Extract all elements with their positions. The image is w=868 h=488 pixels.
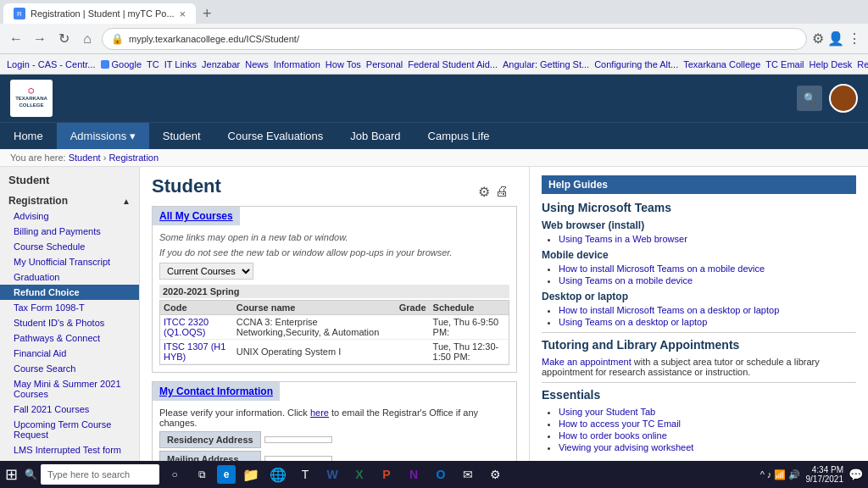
nav-home[interactable]: Home <box>0 123 57 149</box>
taskbar-edge[interactable]: e <box>217 465 236 484</box>
windows-icon[interactable]: ⊞ <box>5 465 18 484</box>
teams-mobile-install-link[interactable]: How to install Microsoft Teams on a mobi… <box>559 263 765 274</box>
taskbar-explorer[interactable]: 📁 <box>239 463 263 486</box>
course-code-link-1[interactable]: ITCC 2320 (Q1.OQS) <box>164 317 209 337</box>
taskbar-chrome[interactable]: 🌐 <box>266 463 290 486</box>
sidebar-item-graduation[interactable]: Graduation <box>0 269 139 285</box>
bookmark-texarkana[interactable]: Texarkana College <box>683 59 760 69</box>
advising-worksheet-link[interactable]: Viewing your advising worksheet <box>559 442 693 452</box>
bookmark-tc[interactable]: TC <box>147 59 159 69</box>
teams-desktop-install-link[interactable]: How to install Microsoft Teams on a desk… <box>559 305 779 315</box>
sidebar-item-advising[interactable]: Advising <box>0 208 139 224</box>
header-right: 🔍 <box>797 84 858 113</box>
bookmark-federal[interactable]: Federal Student Aid... <box>408 59 498 69</box>
tc-email-access-link[interactable]: How to access your TC Email <box>559 419 681 429</box>
browser-chrome: R Registration | Student | myTC Po... × … <box>0 0 868 75</box>
address-bar[interactable]: 🔒 myply.texarkanacollege.edu/ICS/Student… <box>102 28 807 50</box>
teams-desktop-link[interactable]: Using Teams on a desktop or laptop <box>559 317 707 327</box>
sidebar-item-may-mini[interactable]: May Mini & Summer 2021 Courses <box>0 376 139 402</box>
sidebar-item-lms[interactable]: LMS Interrupted Test form <box>0 442 139 458</box>
sidebar-item-course-schedule[interactable]: Course Schedule <box>0 239 139 254</box>
bookmark-jenzabar[interactable]: Jenzabar <box>202 59 240 69</box>
registrar-link[interactable]: here <box>310 408 329 418</box>
new-tab-button[interactable]: + <box>196 3 218 24</box>
active-tab[interactable]: R Registration | Student | myTC Po... × <box>3 3 196 24</box>
breadcrumb-student[interactable]: Student <box>69 152 101 163</box>
college-logo[interactable]: ⬡ TEXARKANA COLLEGE <box>10 80 53 117</box>
taskbar-settings[interactable]: ⚙ <box>483 463 507 486</box>
bookmark-howtos[interactable]: How Tos <box>326 59 361 69</box>
semester-select[interactable]: Current Courses <box>159 263 253 280</box>
my-contact-info-link[interactable]: My Contact Information <box>159 385 273 397</box>
nav-job-board[interactable]: Job Board <box>337 123 414 149</box>
tutoring-title: Tutoring and Library Appointments <box>542 338 856 352</box>
taskbar-mail[interactable]: ✉ <box>456 463 480 486</box>
order-books-link[interactable]: How to order books online <box>559 430 667 441</box>
user-avatar[interactable] <box>829 84 858 113</box>
right-panel: Help Guides Using Microsoft Teams Web br… <box>529 167 868 488</box>
bookmark-readinglist[interactable]: Reading list <box>857 59 868 69</box>
extensions-icon[interactable]: ⚙ <box>812 30 824 47</box>
bookmark-login[interactable]: Login - CAS - Centr... <box>7 59 96 69</box>
bookmark-configuring[interactable]: Configuring the Alt... <box>594 59 678 69</box>
sidebar-item-refund-choice[interactable]: Refund Choice <box>0 285 139 300</box>
sidebar-item-fall-2021[interactable]: Fall 2021 Courses <box>0 402 139 417</box>
back-button[interactable]: ← <box>7 30 25 48</box>
sidebar-item-course-search[interactable]: Course Search <box>0 361 139 376</box>
nav-student[interactable]: Student <box>149 123 214 149</box>
tab-close-button[interactable]: × <box>180 8 186 20</box>
browser-controls: ← → ↻ ⌂ 🔒 myply.texarkanacollege.edu/ICS… <box>0 24 868 54</box>
student-tab-link[interactable]: Using your Student Tab <box>559 407 655 417</box>
taskbar-excel[interactable]: X <box>348 463 371 486</box>
residency-address-label: Residency Address <box>159 431 261 448</box>
sidebar-item-financial-aid[interactable]: Financial Aid <box>0 346 139 361</box>
taskbar-onenote[interactable]: N <box>402 463 426 486</box>
nav-admissions[interactable]: Admissions ▾ <box>57 123 149 149</box>
sidebar-item-upcoming-term[interactable]: Upcoming Term Course Request <box>0 417 139 442</box>
bookmark-news[interactable]: News <box>245 59 269 69</box>
home-button[interactable]: ⌂ <box>78 30 97 48</box>
settings-icon[interactable]: ⚙ <box>478 184 490 200</box>
date-display: 9/17/2021 <box>806 474 844 484</box>
bookmark-angular[interactable]: Angular: Getting St... <box>503 59 589 69</box>
sidebar-item-pathways[interactable]: Pathways & Connect <box>0 330 139 346</box>
breadcrumb-registration[interactable]: Registration <box>108 152 159 163</box>
bookmark-tcemail[interactable]: TC Email <box>765 59 804 69</box>
bookmark-information[interactable]: Information <box>274 59 320 69</box>
teams-web-link[interactable]: Using Teams in a Web browser <box>559 234 687 244</box>
teams-mobile-link[interactable]: Using Teams on a mobile device <box>559 275 693 286</box>
notification-icon[interactable]: 💬 <box>849 468 863 481</box>
col-header-grade: Grade <box>396 301 430 315</box>
nav-campus-life[interactable]: Campus Life <box>415 123 504 149</box>
menu-icon[interactable]: ⋮ <box>848 30 861 47</box>
bookmark-personal[interactable]: Personal <box>366 59 403 69</box>
sidebar-group-registration[interactable]: Registration ▲ <box>0 190 139 208</box>
bookmark-google[interactable]: Google <box>101 59 142 69</box>
course-table-wrapper: Code Course name Grade Schedule ITCC 232… <box>159 300 509 365</box>
print-icon[interactable]: 🖨 <box>495 184 509 200</box>
bookmark-helpdesk[interactable]: Help Desk <box>810 59 853 69</box>
sidebar-item-tax-form[interactable]: Tax Form 1098-T <box>0 300 139 315</box>
sidebar-item-billing[interactable]: Billing and Payments <box>0 224 139 239</box>
taskbar-teams[interactable]: T <box>293 463 317 486</box>
logo-badge: ⬡ TEXARKANA COLLEGE <box>10 80 53 117</box>
taskbar-powerpoint[interactable]: P <box>375 463 398 486</box>
course-code-link-2[interactable]: ITSC 1307 (H1 HYB) <box>164 341 225 362</box>
profile-icon[interactable]: 👤 <box>827 30 844 47</box>
reload-button[interactable]: ↻ <box>54 30 73 48</box>
bookmark-itlinks[interactable]: IT Links <box>164 59 197 69</box>
site-search-button[interactable]: 🔍 <box>797 86 822 111</box>
taskbar-search[interactable]: Type here to search <box>41 464 159 485</box>
nav-course-evaluations[interactable]: Course Evaluations <box>214 123 337 149</box>
forward-button[interactable]: → <box>31 30 49 48</box>
sidebar-item-student-ids[interactable]: Student ID's & Photos <box>0 315 139 330</box>
all-my-courses-link[interactable]: All My Courses <box>159 210 233 222</box>
taskbar-outlook[interactable]: O <box>429 463 453 486</box>
taskbar-task-view[interactable]: ⧉ <box>190 463 214 486</box>
make-appointment-link[interactable]: Make an appointment <box>542 357 632 367</box>
search-icon: 🔍 <box>25 469 37 480</box>
taskbar-word[interactable]: W <box>320 463 344 486</box>
taskbar-cortana[interactable]: ○ <box>163 463 186 486</box>
essentials-links: Using your Student Tab How to access you… <box>542 407 856 452</box>
sidebar-item-transcript[interactable]: My Unofficial Transcript <box>0 254 139 269</box>
